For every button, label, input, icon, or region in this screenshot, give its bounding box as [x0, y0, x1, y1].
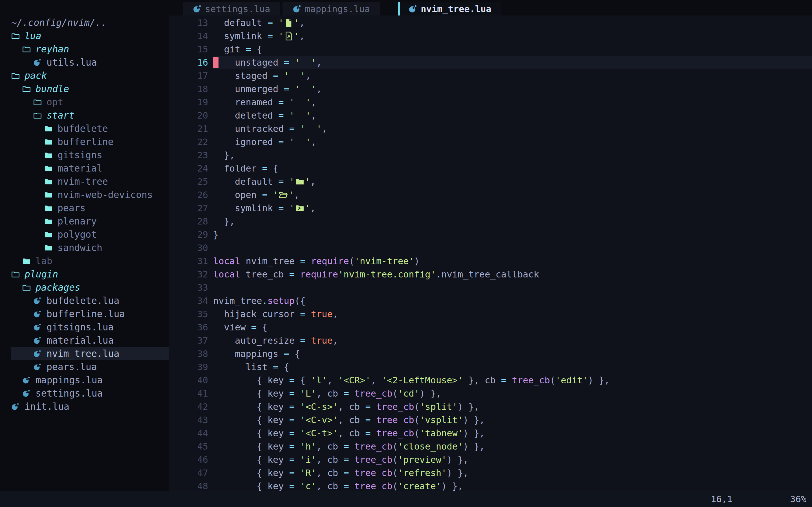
- code-line-41[interactable]: 41 { key = 'L', cb = tree_cb('cd') },: [169, 387, 812, 400]
- tree-item-label: material: [57, 163, 102, 174]
- tree-item-lua[interactable]: lua: [11, 29, 169, 43]
- tree-item-utils.lua[interactable]: utils.lua: [11, 56, 169, 69]
- line-number: 14: [169, 31, 213, 41]
- code-line-46[interactable]: 46 { key = 'i', cb = tree_cb('preview') …: [169, 453, 812, 466]
- code-line-20[interactable]: 20 deleted = ' ',: [169, 109, 812, 122]
- tree-item-lab[interactable]: lab: [11, 255, 169, 268]
- tree-item-bufdelete[interactable]: bufdelete: [11, 122, 169, 135]
- code-line-18[interactable]: 18 unmerged = ' ',: [169, 82, 812, 96]
- tree-root-path[interactable]: ~/.config/nvim/..: [11, 16, 169, 29]
- lua-file-icon: [22, 389, 31, 398]
- code-line-text: unmerged = ' ',: [213, 82, 812, 96]
- tree-item-sandwich[interactable]: sandwich: [11, 241, 169, 255]
- code-line-text: local tree_cb = require'nvim-tree.config…: [213, 268, 812, 281]
- tree-item-reyhan[interactable]: reyhan: [11, 43, 169, 56]
- folder-symlink-glyph-icon: [295, 203, 305, 213]
- code-line-text: { key = 'h', cb = tree_cb('close_node') …: [213, 440, 812, 453]
- code-line-28[interactable]: 28 },: [169, 215, 812, 228]
- code-line-text: default = '',: [213, 175, 812, 188]
- code-line-26[interactable]: 26 open = '',: [169, 188, 812, 202]
- code-line-text: },: [213, 215, 812, 228]
- code-line-text: { key = '<C-t>', cb = tree_cb('tabnew') …: [213, 427, 812, 440]
- code-line-25[interactable]: 25 default = '',: [169, 175, 812, 188]
- lua-file-icon: [33, 349, 42, 358]
- code-line-text: auto_resize = true,: [213, 334, 812, 347]
- tree-item-bufdelete.lua[interactable]: bufdelete.lua: [11, 294, 169, 307]
- line-number: 28: [169, 216, 213, 227]
- tree-item-material[interactable]: material: [11, 162, 169, 175]
- line-number: 25: [169, 176, 213, 187]
- code-line-30[interactable]: 30: [169, 241, 812, 255]
- code-line-14[interactable]: 14 symlink = '',: [169, 29, 812, 43]
- code-line-47[interactable]: 47 { key = 'R', cb = tree_cb('refresh') …: [169, 466, 812, 480]
- code-line-43[interactable]: 43 { key = '<C-v>', cb = tree_cb('vsplit…: [169, 413, 812, 427]
- folder-glyph-icon: [295, 177, 305, 187]
- code-line-44[interactable]: 44 { key = '<C-t>', cb = tree_cb('tabnew…: [169, 427, 812, 440]
- tree-item-settings.lua[interactable]: settings.lua: [11, 387, 169, 400]
- editor-pane[interactable]: 13 default = '',14 symlink = '',15 git =…: [169, 0, 812, 491]
- code-line-35[interactable]: 35 hijack_cursor = true,: [169, 307, 812, 321]
- code-line-33[interactable]: 33: [169, 281, 812, 294]
- code-line-24[interactable]: 24 folder = {: [169, 162, 812, 175]
- tree-item-nvim_tree.lua[interactable]: nvim_tree.lua: [11, 347, 169, 360]
- code-line-34[interactable]: 34nvim_tree.setup({: [169, 294, 812, 307]
- code-line-36[interactable]: 36 view = {: [169, 321, 812, 334]
- tree-item-gitsigns.lua[interactable]: gitsigns.lua: [11, 321, 169, 334]
- code-line-38[interactable]: 38 mappings = {: [169, 347, 812, 360]
- tree-item-bundle[interactable]: bundle: [11, 82, 169, 96]
- tree-item-pears.lua[interactable]: pears.lua: [11, 360, 169, 374]
- doc-glyph-icon: [284, 18, 294, 28]
- lua-file-icon: [33, 362, 42, 372]
- code-line-text: open = '',: [213, 188, 812, 202]
- tree-item-opt[interactable]: opt: [11, 96, 169, 109]
- tree-item-plenary[interactable]: plenary: [11, 215, 169, 228]
- tree-item-label: material.lua: [47, 335, 114, 346]
- line-number: 42: [169, 401, 213, 412]
- code-line-15[interactable]: 15 git = {: [169, 43, 812, 56]
- code-line-text: git = {: [213, 43, 812, 56]
- code-line-45[interactable]: 45 { key = 'h', cb = tree_cb('close_node…: [169, 440, 812, 453]
- tree-item-bufferline.lua[interactable]: bufferline.lua: [11, 307, 169, 321]
- code-line-17[interactable]: 17 staged = ' ',: [169, 69, 812, 82]
- code-line-29[interactable]: 29}: [169, 228, 812, 241]
- tree-item-pack[interactable]: pack: [11, 69, 169, 82]
- tree-item-plugin[interactable]: plugin: [11, 268, 169, 281]
- code-line-31[interactable]: 31local nvim_tree = require('nvim-tree'): [169, 255, 812, 268]
- tree-item-mappings.lua[interactable]: mappings.lua: [11, 374, 169, 387]
- code-line-40[interactable]: 40 { key = { 'l', '<CR>', '<2-LeftMouse>…: [169, 374, 812, 387]
- tree-item-bufferline[interactable]: bufferline: [11, 135, 169, 149]
- code-line-32[interactable]: 32local tree_cb = require'nvim-tree.conf…: [169, 268, 812, 281]
- code-line-39[interactable]: 39 list = {: [169, 360, 812, 374]
- tree-item-start[interactable]: start: [11, 109, 169, 122]
- line-number: 13: [169, 17, 213, 28]
- tree-item-label: bufdelete.lua: [47, 295, 119, 306]
- code-line-48[interactable]: 48 { key = 'c', cb = tree_cb('create') }…: [169, 480, 812, 491]
- tree-item-packages[interactable]: packages: [11, 281, 169, 294]
- code-line-text: folder = {: [213, 162, 812, 175]
- tree-item-label: gitsigns: [57, 150, 102, 161]
- code-line-text: { key = 'c', cb = tree_cb('create') },: [213, 480, 812, 491]
- tree-item-label: polygot: [57, 229, 97, 240]
- code-line-37[interactable]: 37 auto_resize = true,: [169, 334, 812, 347]
- code-line-text: view = {: [213, 321, 812, 334]
- code-line-16[interactable]: 16 unstaged = ' ',: [169, 56, 812, 69]
- code-line-42[interactable]: 42 { key = '<C-s>', cb = tree_cb('split'…: [169, 400, 812, 413]
- tree-item-pears[interactable]: pears: [11, 202, 169, 215]
- code-line-23[interactable]: 23 },: [169, 149, 812, 162]
- tree-item-gitsigns[interactable]: gitsigns: [11, 149, 169, 162]
- code-line-19[interactable]: 19 renamed = ' ',: [169, 96, 812, 109]
- code-line-21[interactable]: 21 untracked = ' ',: [169, 122, 812, 135]
- tree-item-init.lua[interactable]: init.lua: [11, 400, 169, 413]
- tree-item-label: init.lua: [24, 401, 69, 412]
- code-line-text: default = '',: [213, 16, 812, 29]
- line-number: 36: [169, 322, 213, 333]
- line-number: 33: [169, 282, 213, 293]
- tree-item-nvim-web-devicons[interactable]: nvim-web-devicons: [11, 188, 169, 202]
- code-line-13[interactable]: 13 default = '',: [169, 16, 812, 29]
- tree-item-nvim-tree[interactable]: nvim-tree: [11, 175, 169, 188]
- folder-open-icon: [11, 31, 20, 41]
- tree-item-material.lua[interactable]: material.lua: [11, 334, 169, 347]
- tree-item-polygot[interactable]: polygot: [11, 228, 169, 241]
- code-line-22[interactable]: 22 ignored = ' ',: [169, 135, 812, 149]
- code-line-27[interactable]: 27 symlink = '',: [169, 202, 812, 215]
